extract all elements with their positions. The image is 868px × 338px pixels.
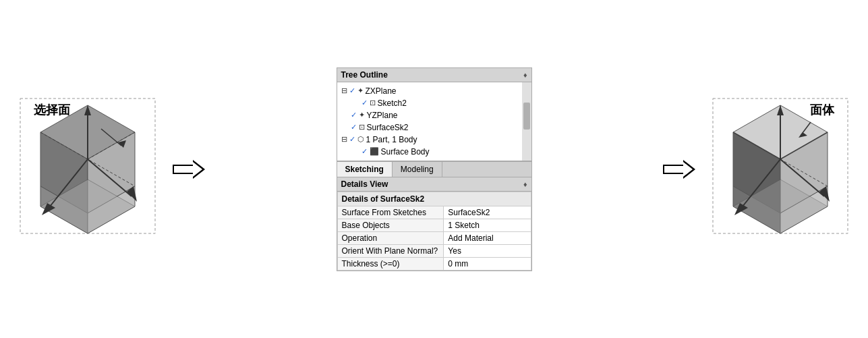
expand-icon-1part: ⊟ (341, 135, 347, 144)
details-row-surface-from-sketches: Surface From Sketches SurfaceSk2 (337, 206, 531, 219)
surface-body-icon: ⬛ (370, 147, 379, 156)
details-view-header: Details View ♦ (337, 177, 531, 192)
value-operation: Add Material (444, 231, 531, 244)
tab-modeling[interactable]: Modeling (393, 162, 442, 177)
check-surfacesk2: ✓ (351, 123, 357, 132)
label-orient: Orient With Plane Normal? (337, 244, 444, 257)
tree-outer: ⊟ ✓ ✦ ZXPlane ✓ ⊡ Sketch2 ✓ ✦ YZPlane (337, 82, 531, 161)
arrow-inner (193, 162, 202, 177)
tree-item-1part1body[interactable]: ⊟ ✓ ⬡ 1 Part, 1 Body (337, 134, 531, 146)
surfacebody-label: Surface Body (381, 147, 430, 157)
right-arrow (659, 160, 699, 179)
details-row-thickness: Thickness (>=0) 0 mm (337, 257, 531, 270)
expand-icon-zxplane: ⊟ (341, 86, 347, 95)
tree-scrollbar[interactable] (522, 82, 531, 161)
value-base-objects: 1 Sketch (444, 219, 531, 231)
tree-content: ⊟ ✓ ✦ ZXPlane ✓ ⊡ Sketch2 ✓ ✦ YZPlane (337, 82, 531, 161)
tree-item-sketch2[interactable]: ✓ ⊡ Sketch2 (337, 97, 531, 109)
left-cube-container: 选择面 (13, 95, 162, 244)
tabs-row: Sketching Modeling (337, 161, 531, 177)
right-block-arrow (663, 160, 695, 179)
left-block-arrow (173, 160, 205, 179)
label-operation: Operation (337, 231, 444, 244)
tree-outline-title: Tree Outline (341, 70, 388, 80)
right-arrow-body (663, 165, 683, 174)
right-label-chinese: 面体 (810, 102, 834, 118)
svg-rect-19 (523, 103, 530, 130)
right-cube-container: 面体 (706, 95, 855, 244)
tree-item-surfacesk2[interactable]: ✓ ⊡ SurfaceSk2 (337, 121, 531, 134)
surfacesk2-label: SurfaceSk2 (367, 123, 409, 132)
check-sketch2: ✓ (361, 98, 368, 107)
label-base-objects: Base Objects (337, 219, 444, 231)
details-row-orient: Orient With Plane Normal? Yes (337, 244, 531, 257)
sketch2-label: Sketch2 (378, 98, 407, 108)
body-icon-1part: ⬡ (357, 135, 364, 144)
value-orient: Yes (444, 244, 531, 257)
tree-outline-pin: ♦ (523, 71, 527, 79)
sketch-icon-sketch2: ⊡ (370, 98, 376, 107)
zxplane-label: ZXPlane (366, 86, 397, 96)
tree-item-zxplane[interactable]: ⊟ ✓ ✦ ZXPlane (337, 85, 531, 97)
middle-panel: Tree Outline ♦ ⊟ ✓ ✦ ZXPlane ✓ ⊡ Sketch2 (337, 67, 532, 271)
tab-sketching[interactable]: Sketching (337, 162, 393, 177)
plane-icon-yzplane: ✦ (359, 111, 365, 119)
details-row-base-objects: Base Objects 1 Sketch (337, 219, 531, 231)
check-zxplane: ✓ (349, 86, 355, 95)
right-arrow-inner (683, 162, 693, 177)
label-thickness: Thickness (>=0) (337, 257, 444, 270)
left-arrow (169, 160, 209, 179)
value-thickness: 0 mm (444, 257, 531, 270)
tree-outline: Tree Outline ♦ ⊟ ✓ ✦ ZXPlane ✓ ⊡ Sketch2 (337, 68, 531, 161)
arrow-body (173, 165, 193, 174)
label-surface-from-sketches: Surface From Sketches (337, 206, 444, 219)
yzplane-label: YZPlane (367, 111, 398, 120)
details-row-operation: Operation Add Material (337, 231, 531, 244)
check-yzplane: ✓ (351, 111, 357, 119)
details-section-header: Details of SurfaceSk2 (337, 192, 531, 206)
plane-icon-zxplane: ✦ (357, 86, 364, 95)
check-surfacebody: ✓ (361, 147, 368, 156)
details-view: Details View ♦ Details of SurfaceSk2 Sur… (337, 177, 531, 271)
tree-item-surfacebody[interactable]: ✓ ⬛ Surface Body (337, 146, 531, 158)
details-view-title: Details View (341, 179, 388, 189)
1part-label: 1 Part, 1 Body (366, 135, 417, 144)
details-view-pin: ♦ (523, 180, 527, 188)
check-1part: ✓ (349, 135, 355, 144)
details-table: Details of SurfaceSk2 Surface From Sketc… (337, 192, 531, 271)
surface-icon-surfacesk2: ⊡ (359, 123, 365, 132)
value-surface-from-sketches: SurfaceSk2 (444, 206, 531, 219)
details-section-title: Details of SurfaceSk2 (337, 192, 531, 206)
tree-item-yzplane[interactable]: ✓ ✦ YZPlane (337, 109, 531, 121)
tree-outline-header: Tree Outline ♦ (337, 68, 531, 82)
left-section: 选择面 (13, 95, 330, 244)
left-label-chinese: 选择面 (34, 102, 70, 118)
right-section: 面体 (539, 95, 855, 244)
